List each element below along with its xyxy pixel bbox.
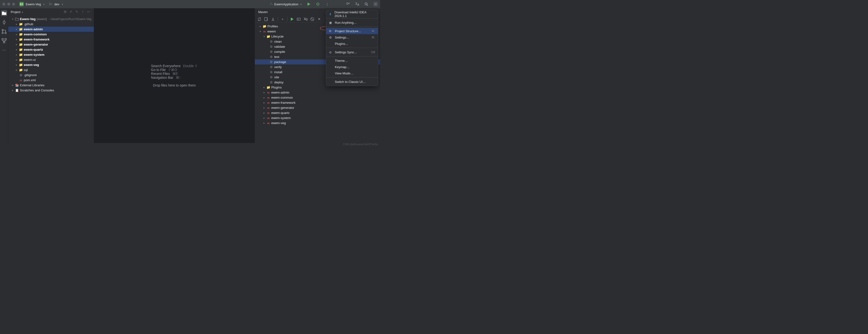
run-anything-item[interactable]: ▣Run Anything… <box>326 20 378 26</box>
tree-label: Profiles <box>268 25 278 28</box>
folder-icon <box>15 17 19 21</box>
tree-label: sql <box>24 68 28 72</box>
reload-icon[interactable] <box>257 17 261 21</box>
plugins-item[interactable]: Plugins… <box>326 40 378 47</box>
sync-off-icon: ⊘ <box>329 51 333 54</box>
maven-icon: m <box>267 106 270 110</box>
keymap-item[interactable]: Keymap… <box>326 64 378 70</box>
run-config-selector[interactable]: EwemApplication ▾ <box>269 2 302 6</box>
maven-module[interactable]: ▸mewem-common <box>255 95 380 100</box>
pull-request-icon[interactable] <box>1 29 7 34</box>
generate-sources-icon[interactable] <box>264 17 269 21</box>
tree-item[interactable]: mpom.xml <box>8 77 94 82</box>
search-icon[interactable] <box>364 2 369 6</box>
panel-title[interactable]: Project ▾ <box>11 10 62 14</box>
phase-label: install <box>274 70 282 74</box>
watermark: CSDN @aDreamerOutOfTheSky <box>343 143 378 146</box>
chevron-down-icon[interactable]: ▾ <box>62 3 63 6</box>
tree-item[interactable]: ▸📁sql <box>8 67 94 72</box>
phase-label: clean <box>274 40 282 43</box>
menu-label: Plugins… <box>335 42 348 45</box>
project-tool-icon[interactable] <box>1 10 7 16</box>
maven-module[interactable]: ▸mewem-veg <box>255 121 380 126</box>
structure-icon: ⧉ <box>329 29 333 33</box>
theme-item[interactable]: Theme… <box>326 58 378 64</box>
close-icon[interactable]: ✕ <box>317 17 321 21</box>
maven-icon: m <box>267 116 270 120</box>
settings-item[interactable]: ⚙Settings…⌘, <box>326 34 378 40</box>
tree-item[interactable]: ▸📁ewem-framework <box>8 37 94 42</box>
folder-icon: 📁 <box>19 43 23 46</box>
menu-label: Keymap… <box>335 65 350 69</box>
hide-panel-icon[interactable]: — <box>87 10 91 14</box>
tree-label: Lifecycle <box>271 35 284 38</box>
execute-icon[interactable] <box>297 17 301 21</box>
commit-tool-icon[interactable] <box>1 20 7 25</box>
debug-icon[interactable] <box>316 2 320 6</box>
editor-area[interactable]: Search EverywhereDouble ⇧Go to File⇧⌘ORe… <box>94 8 255 143</box>
tree-root[interactable]: ▾ Ewem-Veg [ewem] ~/IdeaProjects/RuoYi/E… <box>8 16 94 22</box>
structure-tool-icon[interactable] <box>1 38 7 44</box>
tree-label: ewem-generator <box>24 43 48 46</box>
project-tree: ▾ Ewem-Veg [ewem] ~/IdeaProjects/RuoYi/E… <box>8 15 94 143</box>
expand-all-icon[interactable]: ⤢ <box>70 10 74 14</box>
skip-tests-icon[interactable] <box>310 17 314 21</box>
folder-icon: 📁 <box>19 48 23 52</box>
project-name[interactable]: Ewem-Veg <box>26 2 41 6</box>
tree-label: External Libraries <box>20 84 44 87</box>
close-dot[interactable] <box>2 3 5 6</box>
settings-gear-icon[interactable] <box>373 2 378 6</box>
project-structure-item[interactable]: ⧉Project Structure…⌘; <box>326 28 378 34</box>
maven-module[interactable]: ▸mewem-quartz <box>255 110 380 115</box>
maven-module[interactable]: ▸mewem-framework <box>255 100 380 105</box>
maven-icon: m <box>267 111 270 115</box>
download-update-item[interactable]: ⬇Download IntelliJ IDEA 2024.1.1 <box>326 11 378 17</box>
scratches[interactable]: ▸ 📋 Scratches and Consoles <box>8 88 94 93</box>
classic-ui-item[interactable]: Switch to Classic UI… <box>326 78 378 85</box>
tree-item[interactable]: ▸📁ewem-ui <box>8 57 94 62</box>
translate-icon[interactable] <box>355 2 359 6</box>
target-icon[interactable]: ◎ <box>64 10 68 14</box>
shortcut: ⌘↑ <box>176 76 181 79</box>
run-icon[interactable] <box>290 17 294 21</box>
sync-state: Off <box>371 51 375 54</box>
maven-icon: m <box>267 121 270 125</box>
drop-hint: Drop files here to open them <box>153 84 196 87</box>
tree-label: Plugins <box>271 86 282 89</box>
panel-options-icon[interactable]: ⋮ <box>81 10 86 14</box>
more-tools-icon[interactable]: ⋯ <box>1 47 7 53</box>
external-libraries[interactable]: ▸ 📚 External Libraries <box>8 82 94 88</box>
root-path: ~/IdeaProjects/RuoYi/Ewem-Veg <box>49 18 91 21</box>
tree-item[interactable]: ▸📁ewem-admin <box>8 27 94 32</box>
branch-name[interactable]: dev <box>54 2 59 6</box>
phase-label: test <box>274 55 279 59</box>
maven-module[interactable]: ▸mewem-system <box>255 115 380 121</box>
tree-item[interactable]: ▸📁ewem-quartz <box>8 47 94 52</box>
toggle-offline-icon[interactable] <box>303 17 308 21</box>
run-icon[interactable] <box>307 2 311 6</box>
maven-module[interactable]: ▸mewem-admin <box>255 90 380 95</box>
add-icon[interactable]: ＋ <box>280 17 285 21</box>
window-controls <box>2 3 15 6</box>
tree-item[interactable]: ▸📁ewem-common <box>8 32 94 37</box>
download-icon[interactable] <box>271 17 275 21</box>
minimize-dot[interactable] <box>7 3 10 6</box>
tree-item[interactable]: ▸📁ewem-generator <box>8 42 94 47</box>
more-icon[interactable]: ⋮ <box>325 2 329 6</box>
zoom-dot[interactable] <box>12 3 15 6</box>
collapse-all-icon[interactable]: ⤡ <box>75 10 80 14</box>
phase-label: site <box>274 75 279 79</box>
project-badge: EV <box>20 2 24 6</box>
viewmode-item[interactable]: View Mode… <box>326 70 378 76</box>
tree-item[interactable]: ▸📁ewem-system <box>8 52 94 57</box>
settings-sync-item[interactable]: ⊘Settings Sync…Off <box>326 49 378 55</box>
tree-item[interactable]: ▸📁.github <box>8 22 94 27</box>
maven-module[interactable]: ▸mewem-generator <box>255 105 380 110</box>
svg-point-8 <box>2 29 3 31</box>
tree-label: ewem-framework <box>24 38 50 41</box>
tree-item[interactable]: ▸📁ewem-veg <box>8 62 94 67</box>
tree-item[interactable]: ⊘.gitignore <box>8 72 94 77</box>
shortcut: ⌘, <box>371 36 375 39</box>
chevron-down-icon[interactable]: ▾ <box>43 3 44 6</box>
collaborate-icon[interactable] <box>346 2 350 6</box>
